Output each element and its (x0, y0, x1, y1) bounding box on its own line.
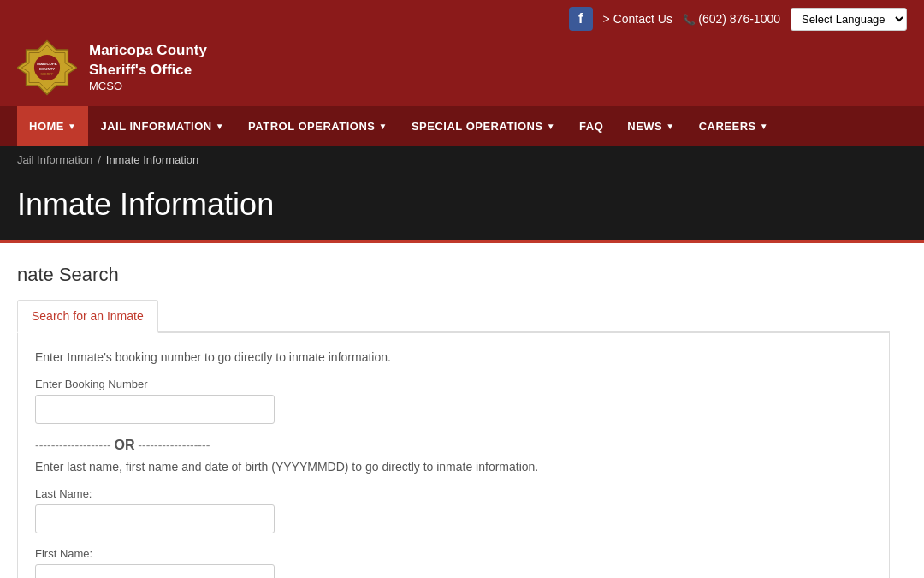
jail-arrow: ▼ (216, 122, 224, 131)
tab-search-inmate[interactable]: Search for an Inmate (17, 300, 158, 333)
org-line2: Sheriff's Office (89, 61, 207, 80)
site-header: MARICOPA COUNTY SHERIFF Maricopa County … (0, 38, 924, 106)
last-name-input[interactable] (35, 504, 275, 533)
last-name-label: Last Name: (35, 487, 872, 500)
sheriff-badge: MARICOPA COUNTY SHERIFF (17, 38, 77, 98)
breadcrumb-parent[interactable]: Jail Information (17, 153, 92, 166)
page-title-section: Inmate Information (0, 173, 924, 243)
svg-text:SHERIFF: SHERIFF (41, 73, 54, 76)
patrol-arrow: ▼ (379, 122, 388, 131)
first-name-label: First Name: (35, 547, 872, 560)
org-line3: MCSO (89, 80, 207, 94)
first-name-input[interactable] (35, 564, 275, 578)
or-divider: ------------------- OR -----------------… (35, 438, 872, 453)
home-arrow: ▼ (68, 122, 76, 131)
nav-careers[interactable]: CAREERS ▼ (687, 106, 780, 146)
org-name: Maricopa County Sheriff's Office MCSO (89, 41, 207, 93)
nav-faq[interactable]: FAQ (567, 106, 615, 146)
search-tabs: Search for an Inmate (17, 300, 890, 333)
breadcrumb-current: Inmate Information (106, 153, 198, 166)
main-nav: HOME ▼ JAIL INFORMATION ▼ PATROL OPERATI… (0, 106, 924, 146)
main-content: nate Search Search for an Inmate Enter I… (0, 243, 907, 578)
nav-jail-information[interactable]: JAIL INFORMATION ▼ (88, 106, 236, 146)
org-line1: Maricopa County (89, 41, 207, 60)
breadcrumb: Jail Information / Inmate Information (0, 146, 924, 173)
booking-number-input[interactable] (35, 395, 275, 424)
nav-special-operations[interactable]: SPECIAL OPERATIONS ▼ (400, 106, 567, 146)
top-bar-left: f Contact Us (602) 876-1000 Select Langu… (569, 7, 907, 31)
svg-text:MARICOPA: MARICOPA (37, 62, 57, 66)
name-description: Enter last name, first name and date of … (35, 460, 872, 474)
contact-us-link[interactable]: Contact Us (603, 12, 672, 26)
language-select[interactable]: Select Language (791, 8, 907, 31)
phone-number: (602) 876-1000 (683, 12, 780, 26)
top-bar: f Contact Us (602) 876-1000 Select Langu… (0, 0, 924, 38)
special-arrow: ▼ (547, 122, 555, 131)
nav-patrol-operations[interactable]: PATROL OPERATIONS ▼ (236, 106, 400, 146)
news-arrow: ▼ (666, 122, 674, 131)
svg-text:COUNTY: COUNTY (39, 67, 55, 71)
booking-description: Enter Inmate's booking number to go dire… (35, 350, 872, 364)
nav-home[interactable]: HOME ▼ (17, 106, 88, 146)
nav-news[interactable]: NEWS ▼ (615, 106, 686, 146)
facebook-icon[interactable]: f (569, 7, 593, 31)
booking-label: Enter Booking Number (35, 378, 872, 390)
search-form-card: Enter Inmate's booking number to go dire… (17, 333, 890, 578)
section-title: nate Search (17, 264, 890, 286)
careers-arrow: ▼ (760, 122, 768, 131)
page-title: Inmate Information (17, 187, 907, 223)
breadcrumb-separator: / (98, 153, 101, 166)
